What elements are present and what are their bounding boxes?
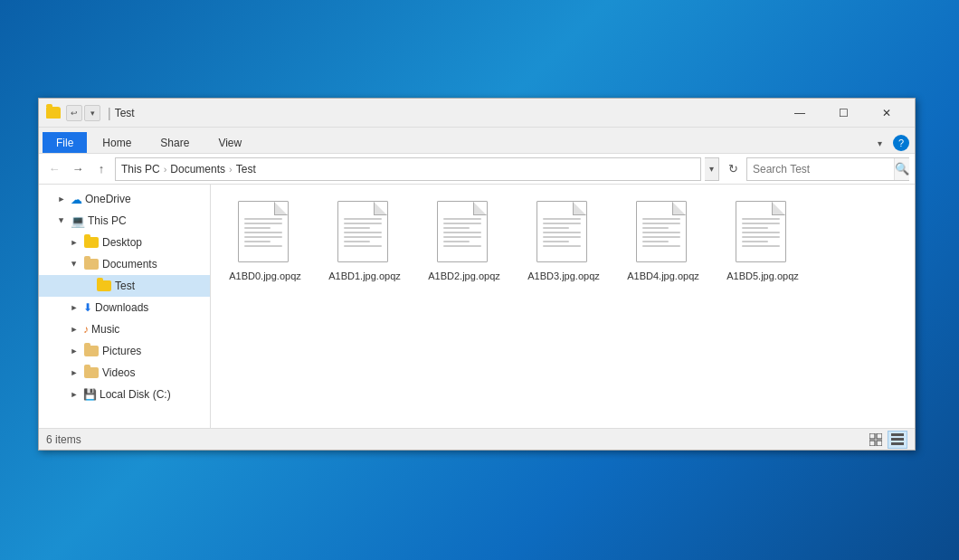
sidebar-item-onedrive[interactable]: ► ☁ OneDrive <box>39 188 210 210</box>
quick-down-btn[interactable]: ▾ <box>84 105 100 121</box>
file-item[interactable]: A1BD0.jpg.opqz <box>220 194 310 289</box>
title-bar-icon <box>46 107 61 119</box>
file-name: A1BD1.jpg.opqz <box>328 270 401 282</box>
svg-rect-5 <box>891 438 904 441</box>
sidebar-label-desktop: Desktop <box>102 236 142 249</box>
path-test[interactable]: Test <box>236 163 256 176</box>
tab-share[interactable]: Share <box>147 132 203 153</box>
doc-line <box>344 241 370 242</box>
back-button[interactable]: ← <box>44 159 64 179</box>
search-input[interactable] <box>747 163 894 176</box>
sidebar-item-music[interactable]: ► ♪ Music <box>39 318 210 340</box>
doc-line <box>642 232 680 233</box>
sidebar-item-downloads[interactable]: ► ⬇ Downloads <box>39 297 210 318</box>
expand-arrow-documents: ► <box>68 258 81 271</box>
expand-arrow-onedrive: ► <box>55 193 68 205</box>
sidebar-item-local-disk[interactable]: ► 💾 Local Disk (C:) <box>39 384 210 405</box>
file-name: A1BD3.jpg.opqz <box>527 270 600 282</box>
sidebar-item-videos[interactable]: ► Videos <box>39 362 210 384</box>
documents-folder-icon <box>84 259 99 270</box>
doc-line <box>543 245 581 247</box>
file-item[interactable]: A1BD4.jpg.opqz <box>618 194 708 289</box>
file-item[interactable]: A1BD2.jpg.opqz <box>419 194 509 289</box>
ribbon-collapse-btn[interactable]: ▾ <box>869 133 889 153</box>
view-grid-btn[interactable]: ​ <box>866 431 886 449</box>
doc-line <box>344 245 382 247</box>
tab-home[interactable]: Home <box>89 132 145 153</box>
tab-view[interactable]: View <box>204 132 255 153</box>
doc-line <box>642 245 680 247</box>
doc-lines <box>443 218 481 250</box>
file-item[interactable]: A1BD5.jpg.opqz <box>717 194 808 289</box>
tab-file[interactable]: File <box>43 132 87 153</box>
doc-line <box>642 218 680 220</box>
file-icon-wrapper <box>337 201 392 266</box>
file-icon-wrapper <box>238 201 292 266</box>
window-title: Test <box>115 107 779 119</box>
file-item[interactable]: A1BD1.jpg.opqz <box>319 194 410 289</box>
sidebar-item-test[interactable]: Test <box>39 275 210 297</box>
file-icon-wrapper <box>536 201 591 266</box>
doc-icon <box>536 201 587 262</box>
svg-rect-2 <box>869 441 875 446</box>
minimize-button[interactable]: — <box>779 100 821 126</box>
file-icon-wrapper <box>736 201 790 266</box>
address-path[interactable]: This PC › Documents › Test <box>115 157 701 181</box>
music-icon: ♪ <box>83 323 89 336</box>
view-buttons: ​ ​ <box>866 431 907 449</box>
address-dropdown[interactable]: ▾ <box>705 157 719 181</box>
sidebar-label-pictures: Pictures <box>102 345 141 357</box>
sidebar-label-local-disk: Local Disk (C:) <box>100 388 171 401</box>
search-box[interactable]: 🔍 <box>746 157 909 181</box>
file-name: A1BD5.jpg.opqz <box>726 270 799 282</box>
doc-line <box>344 232 382 233</box>
svg-rect-0 <box>869 433 875 439</box>
close-button[interactable]: ✕ <box>866 100 907 126</box>
sidebar-item-desktop[interactable]: ► Desktop <box>39 232 210 253</box>
doc-line <box>443 232 481 233</box>
doc-line <box>642 223 680 224</box>
help-btn[interactable]: ? <box>893 135 909 151</box>
path-this-pc[interactable]: This PC <box>121 163 160 176</box>
doc-line <box>642 241 669 242</box>
sidebar-label-this-pc: This PC <box>88 214 127 227</box>
doc-line <box>443 223 481 224</box>
sidebar-item-documents[interactable]: ► Documents <box>39 253 210 275</box>
ribbon-tabs: File Home Share View ▾ ? <box>39 128 915 153</box>
file-item[interactable]: A1BD3.jpg.opqz <box>518 194 609 289</box>
doc-line <box>344 236 382 238</box>
sidebar-item-pictures[interactable]: ► Pictures <box>39 340 210 362</box>
item-count: 6 items <box>46 433 81 446</box>
doc-line <box>244 223 282 224</box>
path-documents[interactable]: Documents <box>170 163 225 176</box>
doc-line <box>742 236 780 238</box>
file-name: A1BD2.jpg.opqz <box>428 270 500 282</box>
expand-arrow-test <box>81 280 93 292</box>
doc-line <box>443 241 470 242</box>
expand-arrow-music: ► <box>68 323 81 336</box>
doc-line <box>642 236 680 238</box>
doc-line <box>244 218 282 220</box>
pictures-folder-icon <box>84 346 99 356</box>
downloads-icon: ⬇ <box>83 301 92 314</box>
up-button[interactable]: ↑ <box>91 159 111 179</box>
svg-rect-4 <box>891 433 904 436</box>
view-details-btn[interactable]: ​ <box>888 431 907 449</box>
doc-icon <box>437 201 488 262</box>
forward-button[interactable]: → <box>68 159 88 179</box>
doc-line <box>244 227 271 229</box>
doc-icon <box>337 201 388 262</box>
maximize-button[interactable]: ☐ <box>822 100 864 126</box>
refresh-button[interactable]: ↻ <box>723 159 743 179</box>
search-button[interactable]: 🔍 <box>894 158 909 180</box>
doc-line <box>543 236 581 238</box>
doc-lines <box>543 218 581 250</box>
doc-line <box>344 218 382 220</box>
doc-line <box>543 241 569 242</box>
quick-undo-btn[interactable]: ↩ <box>66 105 82 121</box>
address-bar: ← → ↑ This PC › Documents › Test ▾ ↻ 🔍 <box>39 154 915 185</box>
doc-line <box>244 232 282 233</box>
expand-arrow-this-pc: ► <box>55 214 68 227</box>
sidebar-item-this-pc[interactable]: ► 💻 This PC <box>39 210 210 232</box>
doc-line <box>443 227 470 229</box>
